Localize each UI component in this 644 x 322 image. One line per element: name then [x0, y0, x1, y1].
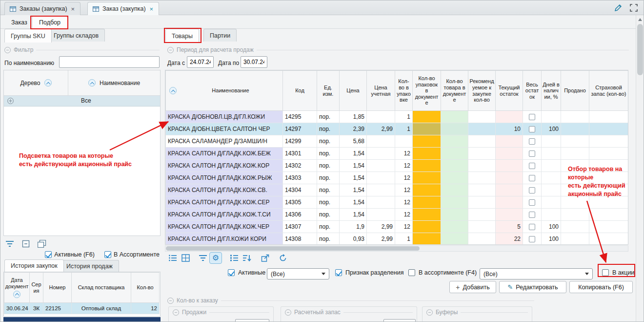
- cell-price[interactable]: 1,9: [340, 221, 367, 233]
- column-header[interactable]: Склад поставщика: [72, 273, 131, 303]
- cell-name[interactable]: КРАСКА САЛТОН Д/ГЛАДК.КОЖ.РЫЖ: [166, 172, 283, 184]
- product-row[interactable]: КРАСКА САЛТОН Д/ГЛАДК.КОЖ.БЕЖ14301пор.1,…: [166, 148, 628, 160]
- cell-recommended[interactable]: [468, 111, 496, 123]
- sort-icon[interactable]: [44, 79, 52, 86]
- cell-code[interactable]: 14303: [283, 172, 317, 184]
- cell-unit[interactable]: пор.: [317, 111, 340, 123]
- product-row[interactable]: КРАСКА САЛТОН Д/ГЛАДК.КОЖ.СЕР14305пор.1,…: [166, 196, 628, 209]
- cell-safety-stock[interactable]: [589, 123, 628, 135]
- in-assortment-checkbox[interactable]: [104, 251, 111, 258]
- column-header[interactable]: Цена учетная: [367, 71, 395, 111]
- column-header[interactable]: Цена: [340, 71, 367, 111]
- scrollbar-thumb[interactable]: [166, 246, 420, 251]
- cell-name[interactable]: КРАСКА САЛАМАНДЕР Д/ЗАМШИ/Н: [166, 135, 283, 148]
- cell-unit[interactable]: пор.: [317, 148, 340, 160]
- cell-total-stock[interactable]: [523, 233, 542, 245]
- cell-qty-in-pack[interactable]: 12: [395, 148, 413, 160]
- cell-qty-in-pack[interactable]: 12: [395, 172, 413, 184]
- sales-input[interactable]: [235, 319, 269, 322]
- tab-order[interactable]: Заказ (закупка) ×: [87, 2, 159, 15]
- cell-unit[interactable]: пор.: [317, 172, 340, 184]
- cell-safety-stock[interactable]: [589, 135, 628, 148]
- cell-qty-in-pack[interactable]: 12: [395, 209, 413, 221]
- cell-qty-in-doc[interactable]: [441, 233, 468, 245]
- cell-qty-in-doc[interactable]: [441, 172, 468, 184]
- cell-sold[interactable]: [561, 233, 589, 245]
- collapse-icon[interactable]: [4, 47, 11, 53]
- edit-button[interactable]: ✎ Редактировать: [499, 281, 566, 293]
- cell-sold[interactable]: [561, 209, 589, 221]
- cell-price[interactable]: 1,54: [340, 209, 367, 221]
- cell-unit[interactable]: пор.: [317, 135, 340, 148]
- refresh-icon[interactable]: [277, 252, 289, 264]
- cell-price-acc[interactable]: [367, 111, 395, 123]
- tab-sales-history[interactable]: История продаж: [60, 260, 119, 272]
- filter-icon[interactable]: [5, 240, 14, 248]
- cell-packs-in-doc[interactable]: [413, 233, 441, 245]
- cell-current-stock[interactable]: [496, 160, 523, 172]
- cell-packs-in-doc[interactable]: [413, 184, 441, 196]
- cell-total-stock[interactable]: [523, 172, 542, 184]
- sort-icon[interactable]: [169, 87, 177, 94]
- collapse-icon[interactable]: [426, 309, 433, 316]
- tab-goods[interactable]: Товары: [165, 29, 199, 43]
- product-row[interactable]: КРАСКА САЛТОН Д/ГЛАДК.КОЖ.Т.СИ14306пор.1…: [166, 209, 628, 221]
- row-checkbox[interactable]: [529, 126, 535, 132]
- cell-total-stock[interactable]: [523, 148, 542, 160]
- cell-sold[interactable]: [561, 221, 589, 233]
- scroll-up-icon[interactable]: [638, 18, 642, 21]
- cell-price[interactable]: 1,54: [340, 196, 367, 209]
- cell-recommended[interactable]: [468, 184, 496, 196]
- row-checkbox[interactable]: [529, 187, 535, 193]
- cell-price-acc[interactable]: [367, 196, 395, 209]
- cell-days-pct[interactable]: [542, 148, 561, 160]
- sort-icon[interactable]: [88, 79, 96, 86]
- column-header[interactable]: Наименование: [166, 71, 283, 111]
- cell-name[interactable]: КРАСКА САЛТОН Д/ГЛАДК.КОЖ.ЧЕР: [166, 221, 283, 233]
- row-checkbox[interactable]: [529, 236, 535, 242]
- tab-warehouse-groups[interactable]: Группы складов: [47, 29, 105, 42]
- row-checkbox[interactable]: [529, 199, 535, 206]
- expand-icon[interactable]: [629, 3, 639, 13]
- column-header[interactable]: Дерево: [20, 80, 40, 86]
- list-view-icon[interactable]: [166, 252, 179, 264]
- cell-price[interactable]: 2,39: [340, 123, 367, 135]
- cell-name[interactable]: КРАСКА Д/ОБН.ЦВЕТА САЛТОН ЧЕР: [166, 123, 283, 135]
- column-header[interactable]: Наименование: [100, 80, 140, 86]
- tab-sku-groups[interactable]: Группы SKU: [4, 29, 52, 43]
- cell-price-acc[interactable]: 2,99: [367, 123, 395, 135]
- cell-code[interactable]: 14307: [283, 221, 317, 233]
- horizontal-scrollbar[interactable]: [165, 245, 628, 252]
- cell-current-stock[interactable]: [496, 135, 523, 148]
- scrollbar-thumb[interactable]: [637, 24, 643, 75]
- cell-sold[interactable]: [561, 123, 589, 135]
- cell-days-pct[interactable]: [542, 209, 561, 221]
- close-icon[interactable]: ×: [149, 6, 154, 12]
- cell-code[interactable]: 14304: [283, 184, 317, 196]
- date-to-input[interactable]: [241, 56, 267, 68]
- cell-sold[interactable]: [561, 148, 589, 160]
- name-filter-input[interactable]: [59, 56, 160, 68]
- cell-total-stock[interactable]: [523, 196, 542, 209]
- cell-unit[interactable]: пор.: [317, 233, 340, 245]
- cell-unit[interactable]: пор.: [317, 209, 340, 221]
- cell-total-stock[interactable]: [523, 221, 542, 233]
- column-header[interactable]: Кол-во в упаковке: [395, 71, 413, 111]
- cell-total-stock[interactable]: [523, 123, 542, 135]
- sort-icon[interactable]: [13, 291, 20, 298]
- cell-current-stock[interactable]: [496, 196, 523, 209]
- cell-name[interactable]: КРАСКА САЛТОН Д/ГЛАДК.КОЖ.БЕЖ: [166, 148, 283, 160]
- column-header[interactable]: Рекомендуемое к закупке кол-во: [468, 71, 496, 111]
- cell-days-pct[interactable]: [542, 184, 561, 196]
- cell-current-stock[interactable]: [496, 184, 523, 196]
- collapse-icon[interactable]: [173, 309, 179, 316]
- expand-all-icon[interactable]: [38, 240, 46, 248]
- cell-price[interactable]: 1,54: [340, 148, 367, 160]
- cell-code[interactable]: 14308: [283, 233, 317, 245]
- cell-days-pct[interactable]: 100: [542, 233, 561, 245]
- column-header[interactable]: Кол-во товара в документе: [441, 71, 468, 111]
- cell-price-acc[interactable]: [367, 135, 395, 148]
- column-header[interactable]: Серия: [30, 273, 43, 303]
- cell-days-pct[interactable]: [542, 172, 561, 184]
- expand-node-icon[interactable]: [7, 98, 14, 104]
